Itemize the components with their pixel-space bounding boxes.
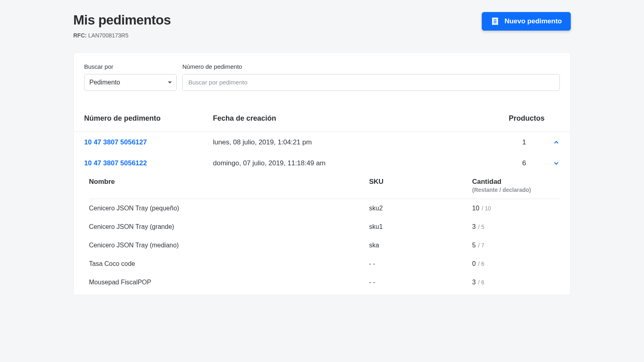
- product-name: Mousepad FiscalPOP: [89, 279, 369, 286]
- product-quantity: 3 / 5: [472, 223, 560, 230]
- product-name: Tasa Coco code: [89, 260, 369, 267]
- new-pedimento-button[interactable]: Nuevo pedimento: [482, 12, 571, 31]
- product-sku: ska: [369, 242, 472, 249]
- pedimento-products-count: 6: [504, 159, 536, 167]
- product-row: Cenicero JSON Tray (mediano) ska 5 / 7: [89, 236, 560, 255]
- inner-column-header-qty: Cantidad (Restante / declarado): [472, 178, 560, 193]
- search-by-select[interactable]: Pedimento: [84, 74, 177, 91]
- chevron-up-icon[interactable]: [553, 139, 560, 146]
- pedimento-created-date: domingo, 07 julio, 2019, 11:18:49 am: [213, 159, 504, 167]
- product-quantity: 0 / 6: [472, 260, 560, 267]
- product-row: Cenicero JSON Tray (grande) sku1 3 / 5: [89, 218, 560, 236]
- pedimento-number-link[interactable]: 10 47 3807 5056127: [84, 138, 213, 146]
- product-sku: sku2: [369, 205, 472, 212]
- product-row: Cenicero JSON Tray (pequeño) sku2 10 / 1…: [89, 199, 560, 218]
- pedimento-number-link[interactable]: 10 47 3807 5056122: [84, 159, 213, 167]
- chevron-down-icon[interactable]: [553, 160, 560, 167]
- inner-column-header-sku: SKU: [369, 178, 472, 193]
- product-name: Cenicero JSON Tray (pequeño): [89, 205, 369, 212]
- pedimento-row: 10 47 3807 5056122 domingo, 07 julio, 20…: [74, 153, 570, 174]
- pedimento-products-count: 1: [504, 138, 536, 146]
- inner-column-header-qty-sub: (Restante / declarado): [472, 187, 560, 193]
- pedimentos-card: Buscar por Pedimento Número de pedimento…: [73, 52, 571, 295]
- product-row: Mousepad FiscalPOP - - 3 / 6: [89, 273, 560, 292]
- number-label: Número de pedimento: [182, 63, 560, 70]
- receipt-icon: [491, 17, 500, 26]
- rfc-line: RFC: LAN7008173R5: [73, 32, 171, 39]
- column-header-number: Número de pedimento: [84, 114, 213, 123]
- product-sku: - -: [369, 260, 472, 267]
- expanded-products-panel: Nombre SKU Cantidad (Restante / declarad…: [74, 174, 570, 295]
- product-sku: sku1: [369, 223, 472, 230]
- pedimento-row: 10 47 3807 5056127 lunes, 08 julio, 2019…: [74, 132, 570, 153]
- new-pedimento-button-label: Nuevo pedimento: [504, 17, 562, 25]
- search-by-label: Buscar por: [84, 63, 177, 70]
- product-quantity: 3 / 6: [472, 279, 560, 286]
- rfc-label: RFC:: [73, 32, 87, 39]
- inner-column-header-name: Nombre: [89, 178, 369, 193]
- product-name: Cenicero JSON Tray (mediano): [89, 242, 369, 249]
- products-header-row: Nombre SKU Cantidad (Restante / declarad…: [89, 174, 560, 199]
- product-sku: - -: [369, 279, 472, 286]
- product-name: Cenicero JSON Tray (grande): [89, 223, 369, 230]
- pedimento-created-date: lunes, 08 julio, 2019, 1:04:21 pm: [213, 138, 504, 146]
- column-header-products: Productos: [488, 114, 545, 123]
- rfc-value: LAN7008173R5: [88, 32, 128, 39]
- product-quantity: 10 / 10: [472, 205, 560, 212]
- column-header-created: Fecha de creación: [213, 114, 488, 123]
- page-title: Mis pedimentos: [73, 12, 171, 28]
- pedimento-search-input[interactable]: [182, 74, 560, 91]
- table-header-row: Número de pedimento Fecha de creación Pr…: [74, 91, 570, 132]
- product-row: Tasa Coco code - - 0 / 6: [89, 255, 560, 273]
- product-quantity: 5 / 7: [472, 242, 560, 249]
